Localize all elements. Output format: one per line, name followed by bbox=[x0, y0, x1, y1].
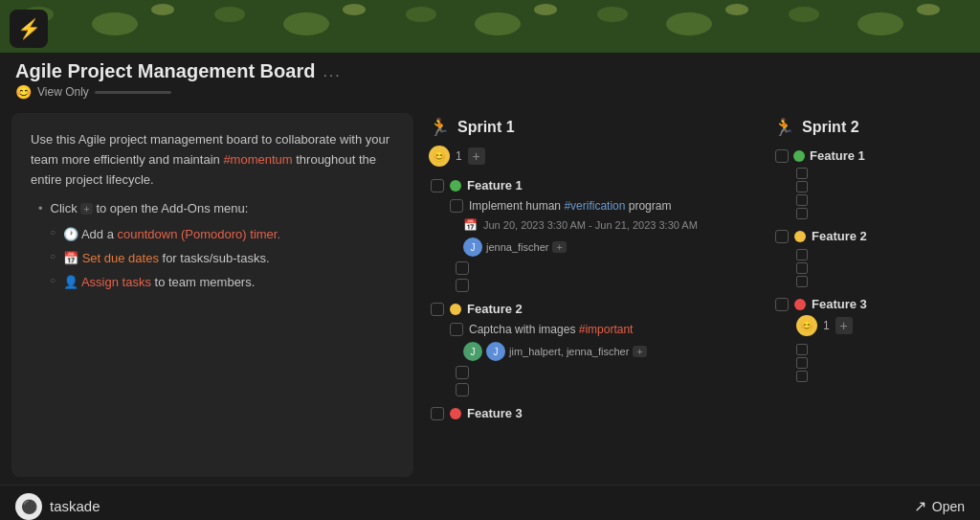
description-panel: Use this Agile project management board … bbox=[11, 113, 413, 477]
feature2-task1: Captcha with images #important bbox=[429, 320, 773, 339]
feature3-status-dot bbox=[450, 408, 461, 419]
sprint1-feature2-group: Feature 2 Captcha with images #important… bbox=[429, 298, 773, 398]
columns-area: 🏃 Sprint 1 😊 1 + Feature 1 bbox=[421, 105, 980, 485]
sprint2-feature2-group: Feature 2 bbox=[773, 225, 980, 289]
description-sublist: 🕐 Add a countdown (Pomodoro) timer. 📅 Se… bbox=[31, 225, 394, 292]
view-only-progress-bar bbox=[95, 91, 171, 94]
s2-feature2-dot bbox=[794, 231, 806, 242]
feature2-subtask1 bbox=[429, 364, 773, 381]
feature1-status-dot bbox=[450, 180, 461, 192]
momentum-highlight: #momentum bbox=[223, 152, 292, 167]
feature1-task1-meta: 📅 Jun 20, 2023 3:30 AM - Jun 21, 2023 3:… bbox=[429, 215, 773, 235]
desc-list-item-click: Click + to open the Add-Ons menu: bbox=[38, 199, 394, 219]
sprint2-title: Sprint 2 bbox=[802, 119, 859, 136]
s2-f3-add-button[interactable]: + bbox=[835, 317, 853, 334]
sprint2-feature3-group: Feature 3 😊 1 + bbox=[773, 293, 980, 384]
subtask1-checkbox[interactable] bbox=[456, 261, 469, 275]
s2-f3-count: 1 bbox=[823, 319, 830, 332]
sprint1-feature3-group: Feature 3 bbox=[429, 402, 773, 424]
view-only-label: View Only bbox=[37, 85, 89, 99]
assignees-name: jim_halpert, jenna_fischer bbox=[509, 346, 629, 357]
open-icon: ↗ bbox=[914, 497, 926, 515]
s2-feature3-title: Feature 3 bbox=[812, 297, 867, 311]
title-dots: ... bbox=[323, 63, 341, 80]
sprint2-feature1-group: Feature 1 bbox=[773, 146, 980, 221]
feature2-checkbox[interactable] bbox=[431, 303, 444, 316]
description-intro: Use this Agile project management board … bbox=[31, 130, 394, 190]
add-assignee-button[interactable]: + bbox=[552, 241, 566, 253]
sprint2-feature3-row: Feature 3 bbox=[773, 293, 980, 315]
task2-text: Captcha with images #important bbox=[469, 323, 633, 336]
feature1-title: Feature 1 bbox=[467, 178, 523, 192]
task2-checkbox[interactable] bbox=[450, 323, 463, 336]
sprint2-feature3-meta: 😊 1 + bbox=[773, 315, 980, 336]
desc-sublist-due-dates: 📅 Set due dates for tasks/sub-tasks. bbox=[50, 249, 394, 269]
bottom-bar: ⚫ taskade ↗ Open bbox=[0, 485, 980, 520]
sprint2-column: 🏃 Sprint 2 Feature 1 bbox=[773, 113, 980, 485]
title-area: Agile Project Management Board ... 😊 Vie… bbox=[0, 53, 980, 105]
open-button[interactable]: ↗ Open bbox=[914, 497, 965, 515]
sprint1-icon: 🏃 bbox=[429, 117, 450, 138]
feature3-title: Feature 3 bbox=[467, 406, 523, 420]
feature1-checkbox[interactable] bbox=[431, 179, 444, 192]
s2-feature2-title: Feature 2 bbox=[812, 229, 867, 243]
s2-f3-sub3 bbox=[796, 371, 808, 382]
s2-f1-sub1 bbox=[796, 168, 808, 179]
task1-text: Implement human #verification program bbox=[469, 199, 671, 213]
task1-checkbox[interactable] bbox=[450, 199, 463, 213]
jenna-name: jenna_fischer bbox=[486, 241, 548, 253]
sprint2-feature2-row: Feature 2 bbox=[773, 225, 980, 247]
sprint1-title: Sprint 1 bbox=[457, 119, 515, 136]
sprint2-icon: 🏃 bbox=[773, 117, 794, 138]
s2-feature1-dot bbox=[793, 150, 805, 162]
feature2-assignee-row: J J jim_halpert, jenna_fischer + bbox=[429, 339, 773, 364]
add-assignee-button2[interactable]: + bbox=[633, 346, 646, 357]
s2-feature3-checkbox[interactable] bbox=[775, 298, 789, 311]
sprint1-count: 1 bbox=[456, 149, 462, 163]
jim-avatar: J bbox=[463, 342, 482, 361]
sprint1-meta: 😊 1 + bbox=[429, 146, 773, 167]
feature2-subtask2 bbox=[429, 381, 773, 398]
s2-f3-sub1 bbox=[796, 344, 808, 355]
s2-feature3-dot bbox=[794, 299, 806, 310]
s2-feature2-checkbox[interactable] bbox=[775, 230, 789, 243]
task1-date: Jun 20, 2023 3:30 AM - Jun 21, 2023 3:30… bbox=[483, 219, 698, 231]
s2-f3-sub2 bbox=[796, 357, 808, 369]
view-only-emoji: 😊 bbox=[15, 84, 32, 100]
page-title: Agile Project Management Board bbox=[15, 60, 315, 82]
jenna-avatar: J bbox=[463, 237, 482, 257]
subtask4-checkbox[interactable] bbox=[456, 383, 469, 396]
sprint1-items: Feature 1 Implement human #verification … bbox=[429, 174, 773, 485]
s2-f1-sub2 bbox=[796, 181, 808, 192]
sprint2-items: Feature 1 Feature 2 bbox=[773, 146, 980, 485]
logo-circle: ⚫ bbox=[15, 493, 42, 520]
taskade-logo: ⚫ taskade bbox=[15, 493, 100, 520]
sprint1-add-button[interactable]: + bbox=[468, 147, 485, 165]
feature1-task1: Implement human #verification program bbox=[429, 196, 773, 215]
subtask3-checkbox[interactable] bbox=[456, 366, 469, 379]
sprint1-feature1-group: Feature 1 Implement human #verification … bbox=[429, 174, 773, 294]
feature3-checkbox[interactable] bbox=[431, 407, 444, 420]
subtask2-checkbox[interactable] bbox=[456, 279, 469, 292]
feature2-status-dot bbox=[450, 304, 461, 315]
s2-feature1-title: Feature 1 bbox=[810, 148, 865, 163]
feature1-subtask2 bbox=[429, 277, 773, 294]
calendar-icon: 📅 bbox=[463, 218, 478, 232]
feature1-assignee-row: J jenna_fischer + bbox=[429, 235, 773, 260]
description-list: Click + to open the Add-Ons menu: bbox=[31, 199, 394, 219]
s2-f2-sub1 bbox=[796, 249, 808, 260]
sprint1-feature1-row: Feature 1 bbox=[429, 174, 773, 196]
sprint2-header: 🏃 Sprint 2 bbox=[773, 113, 980, 146]
main-content: Use this Agile project management board … bbox=[0, 105, 980, 485]
s2-f2-sub2 bbox=[796, 262, 808, 274]
s2-feature1-checkbox[interactable] bbox=[775, 149, 789, 163]
logo-text: taskade bbox=[50, 498, 100, 514]
s2-f3-avatar: 😊 bbox=[796, 315, 817, 336]
sprint1-avatar: 😊 bbox=[429, 146, 450, 167]
sprint1-header: 🏃 Sprint 1 bbox=[429, 113, 773, 146]
sprint1-column: 🏃 Sprint 1 😊 1 + Feature 1 bbox=[429, 113, 773, 485]
feature1-subtask1 bbox=[429, 260, 773, 277]
sprint1-feature3-row: Feature 3 bbox=[429, 402, 773, 424]
sprint1-feature2-row: Feature 2 bbox=[429, 298, 773, 320]
s2-f2-sub3 bbox=[796, 276, 808, 287]
